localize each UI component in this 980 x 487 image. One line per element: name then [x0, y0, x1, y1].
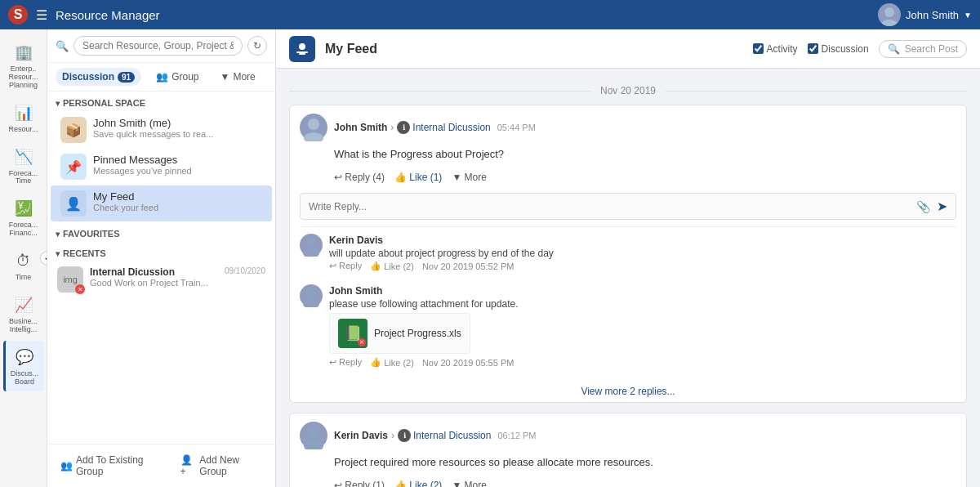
post-1-time: 05:44 PM — [497, 123, 536, 132]
icon-sidebar: ◀ 🏢 Enterp.. Resour... Planning 📊 Resour… — [0, 29, 47, 487]
svg-point-0 — [884, 7, 894, 17]
sidebar-item-label: Busine... Intellig... — [9, 318, 38, 334]
panel-content: ▾ PERSONAL SPACE 📦 John Smith (me) Save … — [47, 92, 275, 444]
user-name: John Smith — [906, 9, 959, 21]
reply-time-2: Nov 20 2019 05:55 PM — [422, 358, 514, 368]
search-post-input[interactable]: 🔍 Search Post — [879, 40, 967, 58]
svg-point-9 — [306, 288, 316, 297]
svg-point-7 — [306, 237, 316, 247]
unread-badge: ✕ — [75, 284, 85, 294]
sidebar-item-enterprise[interactable]: 🏢 Enterp.. Resour... Planning — [3, 36, 44, 95]
reply-action-1[interactable]: ↩ Reply (4) — [334, 172, 385, 183]
add-existing-group-button[interactable]: 👥 Add To Existing Group — [56, 451, 167, 480]
attach-icon-1[interactable]: 📎 — [916, 200, 930, 213]
forecast-time-icon: 📉 — [12, 145, 35, 168]
my-feed-info: My Feed Check your feed — [93, 190, 262, 212]
favourites-header: ▾ FAVOURITES — [47, 222, 275, 242]
sidebar-item-label: Foreca... Financ... — [9, 221, 38, 238]
reply-reply-1[interactable]: ↩ Reply — [329, 261, 362, 271]
feed-title: My Feed — [325, 42, 743, 56]
post-2-author: Kerin Davis — [334, 430, 388, 441]
reply-action-2[interactable]: ↩ Reply (1) — [334, 480, 385, 487]
recent-item-internal-discussion[interactable]: img ✕ Internal Dicussion Good Work on Pr… — [47, 261, 275, 297]
john-me-name: John Smith (me) — [93, 117, 262, 129]
post-2-channel: ℹ Internal Dicussion — [398, 429, 491, 442]
business-intelligence-icon: 📈 — [12, 293, 35, 316]
post-1-actions: ↩ Reply (4) 👍 Like (1) ▼ More — [290, 167, 966, 190]
panel-item-pinned[interactable]: 📌 Pinned Messages Messages you've pinned — [51, 149, 272, 185]
reply-thread-1: Kerin Davis will update about project pr… — [300, 226, 956, 374]
more-tab-label: More — [233, 71, 255, 83]
main-content: My Feed Activity Discussion 🔍 Search Pos… — [276, 29, 980, 487]
tab-discussion[interactable]: Discussion 91 — [56, 68, 141, 86]
add-new-group-button[interactable]: 👤+ Add New Group — [176, 451, 267, 480]
reply-item-1: Kerin Davis will update about project pr… — [300, 227, 956, 278]
chevron-down-icon: ▼ — [964, 11, 972, 20]
reply-text-1: will update about project progress by en… — [329, 248, 956, 259]
svg-point-5 — [308, 118, 319, 130]
like-action-1[interactable]: 👍 Like (1) — [394, 172, 442, 183]
more-action-2[interactable]: ▼ More — [452, 480, 487, 487]
user-menu[interactable]: John Smith ▼ — [878, 3, 972, 26]
feed-icon — [289, 36, 315, 62]
send-btn-1[interactable]: ➤ — [937, 199, 947, 214]
discussion-toggle[interactable]: Discussion — [808, 43, 869, 55]
post-2-channel-name: Internal Dicussion — [413, 430, 491, 441]
activity-toggle[interactable]: Activity — [753, 43, 798, 55]
hamburger-menu[interactable]: ☰ — [36, 7, 47, 23]
sidebar-item-business-intelligence[interactable]: 📈 Busine... Intellig... — [3, 288, 44, 339]
add-new-label: Add New Group — [199, 454, 262, 477]
sidebar-item-forecast-finance[interactable]: 💹 Foreca... Financ... — [3, 192, 44, 243]
panel-sidebar: 🔍 ↻ Discussion 91 👥 Group ▼ More ▾ PERSO… — [47, 29, 276, 487]
reply-text-input-1[interactable] — [309, 201, 916, 212]
post-2-meta: Kerin Davis › ℹ Internal Dicussion 06:12… — [334, 429, 956, 442]
reply-like-1[interactable]: 👍 Like (2) — [370, 261, 414, 271]
svg-point-1 — [881, 20, 898, 26]
recent-avatar: img ✕ — [57, 266, 83, 293]
reply-author-2: John Smith — [329, 285, 382, 297]
sidebar-item-time[interactable]: ⏱ Time — [3, 244, 44, 287]
discussion-checkbox[interactable] — [808, 43, 818, 54]
reply-content-2: John Smith please use following attachme… — [329, 284, 956, 368]
panel-item-john-me[interactable]: 📦 John Smith (me) Save quick messages to… — [51, 112, 272, 148]
like-action-2[interactable]: 👍 Like (2) — [394, 480, 442, 487]
panel-item-my-feed[interactable]: 👤 My Feed Check your feed — [51, 185, 272, 221]
post-1-header: John Smith › ℹ Internal Dicussion 05:44 … — [290, 105, 966, 146]
my-feed-icon: 👤 — [60, 190, 87, 217]
svg-point-11 — [308, 427, 319, 438]
sidebar-item-label: Enterp.. Resour... Planning — [8, 65, 38, 90]
sidebar-search-bar: 🔍 ↻ — [47, 29, 275, 63]
post-2-arrow: › — [391, 430, 394, 441]
activity-checkbox[interactable] — [753, 43, 764, 54]
personal-space-header: ▾ PERSONAL SPACE — [47, 92, 275, 111]
sidebar-item-resource[interactable]: 📊 Resour... — [3, 96, 44, 139]
view-more-1[interactable]: View more 2 replies... — [290, 381, 966, 402]
pinned-name: Pinned Messages — [93, 154, 262, 166]
john-me-icon: 📦 — [60, 117, 87, 143]
sidebar-item-discuss-board[interactable]: 💬 Discus... Board — [3, 341, 44, 391]
tab-more[interactable]: ▼ More — [214, 68, 262, 86]
search-icon: 🔍 — [56, 40, 69, 52]
sidebar-search-input[interactable] — [74, 36, 243, 56]
reply-reply-2[interactable]: ↩ Reply — [329, 357, 362, 368]
reply-like-2[interactable]: 👍 Like (2) — [370, 357, 414, 368]
panel-tabs: Discussion 91 👥 Group ▼ More — [47, 63, 275, 92]
svg-rect-3 — [296, 51, 308, 53]
svg-point-6 — [304, 132, 323, 141]
tab-group[interactable]: 👥 Group — [149, 68, 205, 86]
recent-name: Internal Dicussion — [90, 266, 218, 278]
group-tab-label: Group — [172, 71, 198, 83]
my-feed-desc: Check your feed — [93, 203, 262, 212]
search-post-icon: 🔍 — [888, 43, 900, 55]
post-1-meta: John Smith › ℹ Internal Dicussion 05:44 … — [334, 121, 956, 134]
refresh-button[interactable]: ↻ — [247, 36, 267, 56]
reply-content-1: Kerin Davis will update about project pr… — [329, 234, 956, 271]
more-action-1[interactable]: ▼ More — [452, 172, 487, 183]
my-feed-name: My Feed — [93, 190, 262, 203]
recent-desc: Good Work on Project Train... — [90, 278, 218, 288]
post-2-author-line: Kerin Davis › ℹ Internal Dicussion 06:12… — [334, 429, 956, 442]
post-1-channel-name: Internal Dicussion — [412, 122, 490, 133]
pinned-icon: 📌 — [60, 154, 87, 180]
attachment-box-1: 📗 Project Progress.xls — [329, 313, 470, 354]
sidebar-item-forecast-time[interactable]: 📉 Foreca... Time — [3, 141, 44, 191]
